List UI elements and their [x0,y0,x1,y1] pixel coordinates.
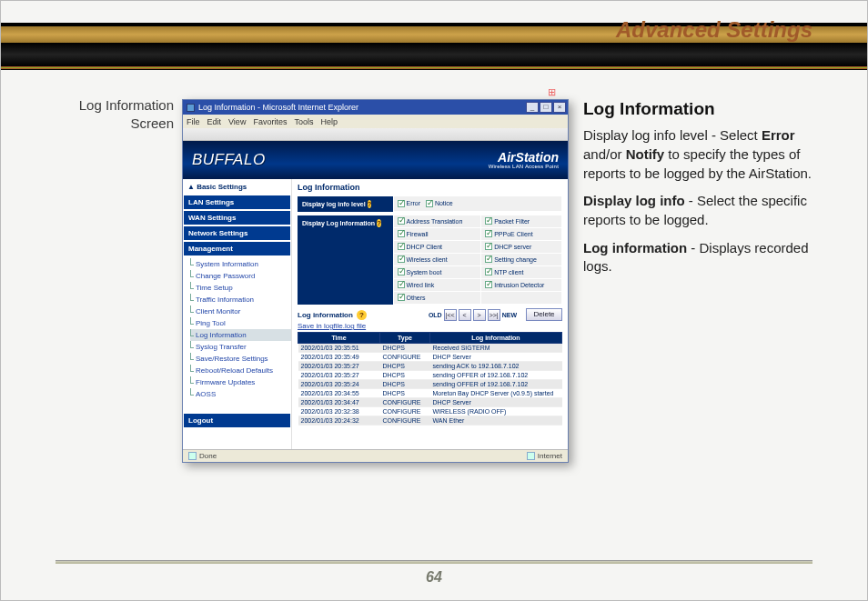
log-row: 2002/01/03 20:34:55DHCPSMoreton Bay DHCP… [298,389,562,398]
log-row: 2002/01/03 20:24:32CONFIGUREWAN Ether [298,416,562,426]
window-titlebar: Log Information - Microsoft Internet Exp… [183,100,568,115]
sidebar-item-client-monitor[interactable]: Client Monitor [190,306,291,317]
pager-first-button[interactable]: |<< [444,309,457,321]
sidebar-item-change-password[interactable]: Change Password [190,270,291,282]
log-th-type: Type [380,333,430,344]
checkbox-pppoe-client[interactable]: PPPoE Client [485,230,532,237]
sidebar-item-aoss[interactable]: AOSS [190,388,291,400]
log-row: 2002/01/03 20:35:24DHCPSsending OFFER of… [298,380,562,389]
log-table: Time Type Log information 2002/01/03 20:… [298,332,562,426]
sidebar-management[interactable]: Management [183,241,291,256]
band-orange [1,66,867,70]
window-icon [187,104,195,112]
airstation-logo: AirStation Wireless LAN Access Point [489,151,559,169]
minimize-button[interactable]: _ [526,102,539,113]
log-info-label: Log information [298,311,353,319]
checkbox-dhcp-server[interactable]: DHCP server [485,243,531,250]
menu-help[interactable]: Help [320,117,338,126]
log-row: 2002/01/03 20:35:27DHCPSsending ACK to 1… [298,362,562,371]
maximize-button[interactable]: □ [540,102,552,113]
config-display-table: Display Log Information ? Address Transl… [298,215,562,305]
doc-heading: Log Information [583,97,824,121]
main-content: Log Information Display log info level ?… [292,179,568,449]
page-header-title: Advanced Settings [616,17,812,43]
doc-p3: Log information - Displays recorded logs… [583,239,824,276]
sidebar-item-firmware-updates[interactable]: Firmware Updates [190,376,291,388]
sidebar-item-ping-tool[interactable]: Ping Tool [190,317,291,329]
log-th-time: Time [298,333,380,344]
windows-logo-icon: ⊞ [548,86,564,103]
screenshot: Log Information - Microsoft Internet Exp… [182,99,569,463]
config-level-table: Display log info level ? Error Notice [298,195,562,212]
status-done: Done [199,452,217,460]
menubar: File Edit View Favorites Tools Help ⊞ [183,115,568,128]
help-icon[interactable]: ? [357,310,367,320]
save-log-link[interactable]: Save in logfile.log file [298,322,366,330]
doc-p1: Display log info level - Select Error an… [583,126,824,183]
sidebar-lan-settings[interactable]: LAN Settings [183,195,291,210]
help-icon[interactable]: ? [368,200,372,208]
menu-edit[interactable]: Edit [207,117,222,126]
checkbox-error[interactable]: Error [398,200,421,207]
sidebar-wan-settings[interactable]: WAN Settings [183,210,291,225]
log-row: 2002/01/03 20:35:27DHCPSsending OFFER of… [298,371,562,380]
sidebar-item-time-setup[interactable]: Time Setup [190,282,291,294]
checkbox-intrusion-detector[interactable]: Intrusion Detector [485,281,544,288]
sidebar-item-log-information[interactable]: Log Information [190,329,291,341]
sidebar: ▲ Basic Settings LAN Settings WAN Settin… [183,179,292,449]
product-name: AirStation [489,151,559,164]
checkbox-wired-link[interactable]: Wired link [398,281,435,288]
menu-tools[interactable]: Tools [294,117,313,126]
checkbox-wireless-client[interactable]: Wireless client [398,255,448,263]
main-heading: Log Information [298,183,562,192]
sidebar-item-syslog-transfer[interactable]: Syslog Transfer [190,341,291,353]
help-icon[interactable]: ? [377,219,381,227]
menu-view[interactable]: View [228,117,246,126]
sidebar-item-system-information[interactable]: System Information [190,258,291,270]
log-th-info: Log information [430,333,562,344]
checkbox-system-boot[interactable]: System boot [398,268,442,275]
doc-text: Log Information Display log info level -… [583,97,824,285]
log-row: 2002/01/03 20:35:49CONFIGUREDHCP Server [298,353,562,362]
close-button[interactable]: × [553,102,566,113]
checkbox-ntp-client[interactable]: NTP client [485,268,523,275]
figure-caption: Log Information Screen [78,96,174,134]
product-tagline: Wireless LAN Access Point [489,164,559,169]
status-internet: Internet [538,452,562,460]
doc-p2: Display log info - Select the specific r… [583,192,824,229]
sidebar-network-settings[interactable]: Network Settings [183,225,291,241]
config-display-label: Display Log Information ? [298,215,393,305]
checkbox-setting-change[interactable]: Setting change [485,255,537,263]
pager-next-button[interactable]: > [473,309,486,321]
sidebar-item-save-restore[interactable]: Save/Restore Settings [190,353,291,365]
pager-old: OLD [429,312,442,318]
log-row: 2002/01/03 20:34:47CONFIGUREDHCP Server [298,398,562,407]
checkbox-firewall[interactable]: Firewall [398,230,429,237]
menu-file[interactable]: File [187,117,200,126]
checkbox-address-translation[interactable]: Address Translation [398,217,463,225]
hero-banner: BUFFALO AirStation Wireless LAN Access P… [183,141,568,179]
sidebar-logout[interactable]: Logout [183,413,291,428]
sidebar-basic-settings[interactable]: ▲ Basic Settings [183,179,291,195]
checkbox-dhcp-client[interactable]: DHCP Client [398,243,443,250]
toolbar [183,128,568,141]
checkbox-notice[interactable]: Notice [426,200,453,207]
buffalo-logo: BUFFALO [192,151,266,169]
checkbox-packet-filter[interactable]: Packet Filter [485,217,530,225]
log-row: 2002/01/03 20:35:51DHCPSReceived SIGTERM [298,344,562,353]
menu-favorites[interactable]: Favorites [253,117,287,126]
sidebar-management-list: System Information Change Password Time … [183,256,291,404]
sidebar-item-reboot-reload[interactable]: Reboot/Reload Defaults [190,365,291,376]
page-number: 64 [1,569,867,586]
internet-icon [527,452,535,460]
delete-button[interactable]: Delete [526,308,562,321]
pager-new: NEW [502,312,517,318]
checkbox-others[interactable]: Others [398,294,426,301]
pager-prev-button[interactable]: < [459,309,471,321]
log-row: 2002/01/03 20:32:38CONFIGUREWIRELESS (RA… [298,407,562,416]
pager-last-button[interactable]: >>| [488,309,500,321]
sidebar-item-traffic-information[interactable]: Traffic Information [190,294,291,306]
footer-rule [56,560,812,564]
config-level-label: Display log info level ? [298,196,393,212]
band-black [1,43,867,66]
